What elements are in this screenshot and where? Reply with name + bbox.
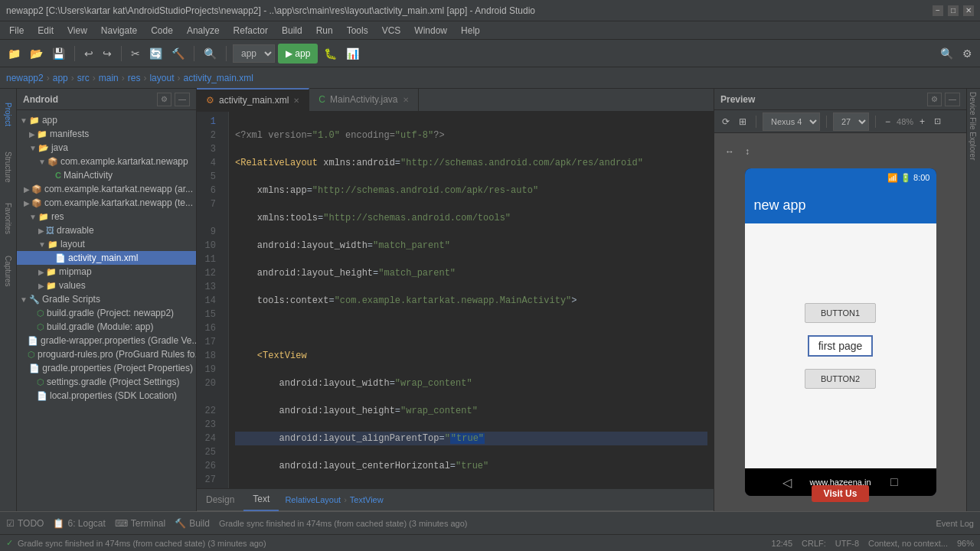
breadcrumb-relativelayout[interactable]: RelativeLayout: [285, 495, 341, 504]
menu-window[interactable]: Window: [408, 21, 453, 40]
preview-mode-btn[interactable]: ↕: [742, 141, 753, 162]
menu-view[interactable]: View: [61, 21, 93, 40]
open-btn[interactable]: 📂: [27, 43, 46, 64]
menu-file[interactable]: File: [3, 21, 30, 40]
tab-mainactivity-java[interactable]: C MainActivity.java ✕: [309, 88, 418, 111]
run-button[interactable]: ▶ app: [278, 44, 318, 64]
todo-tab[interactable]: ☑ TODO: [6, 518, 44, 529]
preview-api-select[interactable]: 27: [833, 112, 869, 131]
tree-gradle-wrapper[interactable]: ▶ 📄 gradle-wrapper.properties (Gradle Ve…: [17, 334, 196, 347]
captures-panel-btn[interactable]: Captures: [2, 248, 15, 294]
tree-package-main[interactable]: ▼ 📦 com.example.kartarkat.newapp: [17, 155, 196, 168]
preview-fit-btn[interactable]: ⊡: [931, 111, 944, 132]
redo-btn[interactable]: ↪: [100, 43, 115, 64]
visit-button[interactable]: Visit Us: [812, 485, 870, 502]
tree-mainactivity[interactable]: ▶ C MainActivity: [17, 168, 196, 182]
tab-activity-main-xml[interactable]: ⚙ activity_main.xml ✕: [197, 88, 309, 111]
project-panel-btn[interactable]: Project: [2, 92, 15, 138]
preview-close-btn[interactable]: —: [945, 93, 960, 106]
design-tab[interactable]: Design: [197, 488, 243, 511]
menu-refactor[interactable]: Refactor: [227, 21, 274, 40]
undo-btn[interactable]: ↩: [81, 43, 96, 64]
menu-build[interactable]: Build: [276, 21, 309, 40]
preview-zoom-out-btn[interactable]: −: [882, 111, 893, 132]
tree-app-label: app: [42, 115, 57, 126]
tree-manifests[interactable]: ▶ 📁 manifests: [17, 127, 196, 141]
tree-build-gradle-app[interactable]: ▶ ⬡ build.gradle (Module: app): [17, 320, 196, 334]
tree-gradle-properties[interactable]: ▶ 📄 gradle.properties (Project Propertie…: [17, 361, 196, 375]
logcat-tab[interactable]: 📋 6: Logcat: [53, 518, 105, 529]
tree-app[interactable]: ▼ 📁 app: [17, 113, 196, 127]
search-btn[interactable]: 🔍: [201, 43, 220, 64]
menu-edit[interactable]: Edit: [31, 21, 60, 40]
tab-java-close[interactable]: ✕: [403, 96, 409, 104]
close-button[interactable]: ✕: [963, 5, 974, 16]
terminal-tab[interactable]: ⌨ Terminal: [115, 518, 165, 529]
tree-drawable[interactable]: ▶ 🖼 drawable: [17, 223, 196, 237]
tree-proguard[interactable]: ▶ ⬡ proguard-rules.pro (ProGuard Rules f…: [17, 347, 196, 361]
tree-settings-gradle[interactable]: ▶ ⬡ settings.gradle (Project Settings): [17, 375, 196, 389]
preview-orient-btn[interactable]: ↔: [722, 141, 737, 162]
preview-button2[interactable]: BUTTON2: [805, 369, 876, 389]
tree-package-ar[interactable]: ▶ 📦 com.example.kartarkat.newapp (ar...: [17, 182, 196, 196]
breadcrumb-main[interactable]: main: [99, 73, 119, 83]
breadcrumb-xml[interactable]: activity_main.xml: [183, 73, 253, 83]
tab-xml-close[interactable]: ✕: [293, 96, 299, 105]
preview-layout-btn[interactable]: ⊞: [736, 111, 750, 132]
sidebar-config-btn[interactable]: ⚙: [157, 93, 172, 106]
app-selector[interactable]: app: [233, 44, 275, 63]
favorites-panel-btn[interactable]: Favorites: [2, 196, 15, 242]
structure-panel-btn[interactable]: Structure: [2, 144, 15, 190]
sync-btn[interactable]: 🔄: [146, 43, 165, 64]
tree-package-te[interactable]: ▶ 📦 com.example.kartarkat.newapp (te...: [17, 196, 196, 210]
tree-layout[interactable]: ▼ 📁 layout: [17, 237, 196, 251]
code-content[interactable]: <?xml version="1.0" encoding="utf-8"?> <…: [229, 112, 714, 488]
breadcrumb-src[interactable]: src: [77, 73, 90, 83]
tree-mainactivity-label: MainActivity: [64, 170, 113, 181]
menu-code[interactable]: Code: [145, 21, 179, 40]
build-btn[interactable]: 🔨: [168, 43, 188, 64]
device-explorer-btn[interactable]: Device File Explorer: [967, 89, 978, 163]
tree-local-properties[interactable]: ▶ 📄 local.properties (SDK Location): [17, 389, 196, 403]
preview-device-select[interactable]: Nexus 4: [763, 112, 820, 131]
status-crlf[interactable]: CRLF:: [802, 539, 826, 548]
settings-btn[interactable]: ⚙: [959, 43, 975, 64]
tree-mipmap[interactable]: ▶ 📁 mipmap: [17, 265, 196, 279]
preview-button1[interactable]: BUTTON1: [805, 303, 876, 323]
save-all-btn[interactable]: 💾: [49, 43, 68, 64]
new-project-btn[interactable]: 📁: [5, 43, 24, 64]
tree-gradle-scripts[interactable]: ▼ 🔧 Gradle Scripts: [17, 292, 196, 306]
menu-navigate[interactable]: Navigate: [95, 21, 143, 40]
text-tab[interactable]: Text: [243, 488, 279, 511]
status-encoding[interactable]: UTF-8: [835, 539, 859, 548]
breadcrumb-layout[interactable]: layout: [149, 73, 174, 83]
breadcrumb-app[interactable]: app: [53, 73, 68, 83]
debug-btn[interactable]: 🐛: [321, 43, 340, 64]
preview-zoom-in-btn[interactable]: +: [916, 111, 928, 132]
breadcrumb-res[interactable]: res: [128, 73, 141, 83]
maximize-button[interactable]: □: [948, 5, 959, 16]
tree-java[interactable]: ▼ 📂 java: [17, 141, 196, 155]
tree-values[interactable]: ▶ 📁 values: [17, 279, 196, 292]
event-log-btn[interactable]: Event Log: [936, 519, 974, 528]
nav-back-icon[interactable]: ◁: [782, 475, 792, 490]
menu-vcs[interactable]: VCS: [376, 21, 407, 40]
tree-build-gradle-project[interactable]: ▶ ⬡ build.gradle (Project: newapp2): [17, 306, 196, 320]
preview-settings-btn[interactable]: ⚙: [927, 93, 942, 106]
breadcrumb-newapp2[interactable]: newapp2: [6, 73, 44, 83]
breadcrumb-textview[interactable]: TextView: [350, 495, 384, 504]
menu-analyze[interactable]: Analyze: [181, 21, 226, 40]
sidebar-collapse-btn[interactable]: —: [175, 93, 190, 106]
profile-btn[interactable]: 📊: [343, 43, 362, 64]
cut-btn[interactable]: ✂: [128, 43, 143, 64]
menu-run[interactable]: Run: [310, 21, 339, 40]
tree-activity-main-xml[interactable]: ▶ 📄 activity_main.xml: [17, 251, 196, 265]
preview-refresh-btn[interactable]: ⟳: [719, 111, 733, 132]
menu-tools[interactable]: Tools: [341, 21, 374, 40]
minimize-button[interactable]: −: [933, 5, 943, 16]
menu-help[interactable]: Help: [455, 21, 486, 40]
tree-res[interactable]: ▼ 📁 res: [17, 210, 196, 223]
nav-recent-icon[interactable]: □: [890, 475, 898, 489]
help-search-btn[interactable]: 🔍: [937, 43, 956, 64]
build-tab-btn[interactable]: 🔨 Build: [175, 518, 210, 529]
